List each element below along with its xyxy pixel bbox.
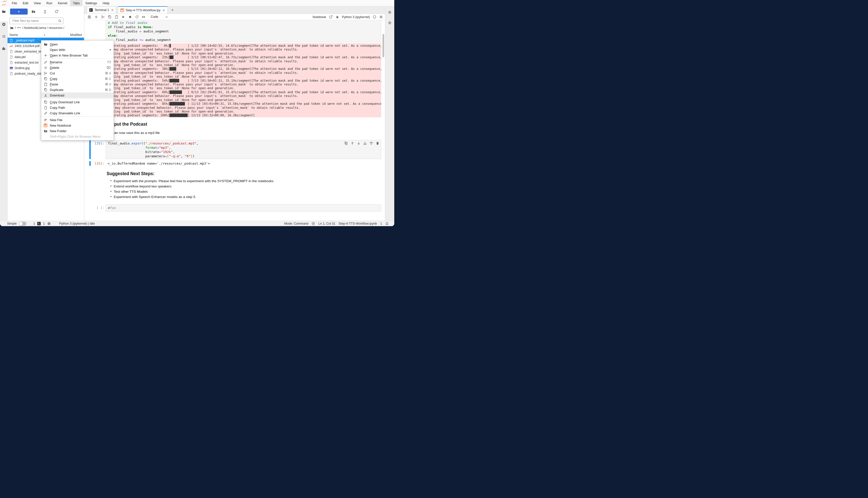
context-menu-item-copy-path[interactable]: Copy Path	[41, 105, 114, 110]
cursor-position[interactable]: Ln 1, Col 31	[318, 222, 335, 225]
output-collapser[interactable]	[89, 161, 91, 166]
context-menu-item-copy-download-link[interactable]: Copy Download Link	[41, 99, 114, 105]
breadcrumb-root[interactable]: /	[15, 26, 16, 30]
kernel-chip-icon	[47, 222, 51, 226]
cell-collapser[interactable]	[89, 140, 91, 159]
file-list-header: Name ▲ Modified	[8, 32, 84, 38]
menu-tabs[interactable]: Tabs	[70, 0, 82, 6]
context-menu-item-new-notebook[interactable]: New Notebook	[41, 122, 114, 128]
tab-terminal-1[interactable]: $_Terminal 1	[87, 6, 116, 14]
next-step-item: •Experiment with Speech Enhancer models …	[111, 195, 273, 199]
context-menu-item-new-folder[interactable]: New Folder	[41, 128, 114, 134]
filter-files-box[interactable]	[10, 17, 63, 24]
context-menu-item-rename[interactable]: RenameF2	[41, 59, 114, 65]
delete-cell-button[interactable]	[376, 142, 380, 145]
context-menu-item-download[interactable]: Download	[41, 92, 114, 98]
restart-run-all-button[interactable]	[142, 15, 145, 19]
menu-item-label: Duplicate	[50, 88, 100, 92]
bullet-text: Experiment with the prompts: Please feel…	[114, 180, 273, 183]
extensions-icon[interactable]	[2, 47, 6, 51]
scissors-icon	[43, 71, 48, 75]
property-inspector-gear-icon[interactable]	[388, 10, 392, 14]
toolbar-menu-icon[interactable]	[379, 15, 383, 19]
breadcrumb[interactable]: / ••• / NotebookLlama / resources /	[10, 26, 64, 30]
move-cell-up-button[interactable]	[350, 142, 354, 145]
kernel-status-icon[interactable]	[373, 15, 376, 19]
context-menu-item-delete[interactable]: Delete⌦	[41, 65, 114, 70]
column-name[interactable]: Name ▲	[8, 33, 60, 37]
column-modified[interactable]: Modified	[60, 33, 84, 37]
debugger-bug-icon[interactable]	[335, 15, 339, 19]
copy-cell-button[interactable]	[108, 15, 112, 19]
context-menu: OpenOpen WithOpen in New Browser TabRena…	[41, 40, 114, 141]
close-tab-icon[interactable]	[162, 9, 165, 12]
menu-help[interactable]: Help	[100, 0, 112, 6]
context-menu-item-copy-shareable-link[interactable]: Copy Shareable Link	[41, 110, 114, 116]
code-cell-input-top[interactable]: # Add to final audioif final_audio is No…	[106, 20, 381, 42]
kernel-count[interactable]: 1	[43, 222, 45, 225]
breadcrumb-path[interactable]: / NotebookLlama / resources /	[22, 26, 64, 30]
code-line: # Add to final audio	[108, 21, 379, 25]
menu-view[interactable]: View	[31, 0, 43, 6]
menu-run[interactable]: Run	[43, 0, 55, 6]
insert-cell-button[interactable]	[94, 15, 98, 19]
context-menu-item-new-file[interactable]: New File	[41, 117, 114, 122]
context-menu-item-copy[interactable]: Copy⌘ C	[41, 76, 114, 81]
save-button[interactable]	[88, 15, 91, 19]
code-cell-input-empty[interactable]: #fin	[106, 204, 381, 212]
settings-gear-icon[interactable]	[388, 21, 392, 25]
kernel-name[interactable]: Python 3 (ipykernel)	[342, 15, 370, 19]
bell-icon[interactable]	[385, 222, 389, 225]
notebook-scrollbar[interactable]	[382, 34, 384, 57]
file-name: Outline.jpg	[15, 66, 30, 70]
markdown-text-save-mp3: We can now save this as a mp3 file	[106, 131, 160, 135]
insert-cell-above-button[interactable]	[363, 142, 367, 145]
new-tab-button[interactable]: +	[169, 7, 176, 13]
filter-files-input[interactable]	[12, 19, 58, 23]
upload-button[interactable]	[39, 10, 51, 14]
insert-cell-below-button[interactable]	[369, 142, 373, 145]
right-sidebar-activity-bar	[385, 6, 394, 221]
table-of-contents-icon[interactable]	[2, 35, 6, 38]
open-in-new-icon[interactable]	[329, 15, 333, 19]
close-tab-icon[interactable]	[111, 9, 114, 12]
simple-mode-toggle[interactable]	[19, 222, 26, 226]
notification-count[interactable]: 1	[380, 222, 382, 225]
run-button[interactable]	[122, 15, 125, 19]
tab-step-4-tts-workflow-ipynl[interactable]: Step-4-TTS-Workflow.ipynl	[118, 6, 167, 14]
menu-file[interactable]: File	[9, 0, 20, 6]
trust-shield-icon[interactable]	[311, 222, 315, 225]
menu-edit[interactable]: Edit	[20, 0, 31, 6]
context-menu-item-open[interactable]: Open	[41, 41, 114, 47]
context-menu-item-cut[interactable]: Cut⌘ X	[41, 70, 114, 76]
code-line: if final_audio is None:	[108, 25, 379, 29]
command-mode-indicator[interactable]: Mode: Command	[284, 222, 308, 225]
context-menu-item-duplicate[interactable]: Duplicate⌘ D	[41, 87, 114, 92]
file-name: data.pkl	[15, 55, 26, 59]
move-cell-down-button[interactable]	[357, 142, 360, 145]
context-menu-item-open-with[interactable]: Open With	[41, 47, 114, 53]
code-cell-input-export[interactable]: final_audio.export("./resources/_podcast…	[106, 140, 381, 159]
file-icon	[10, 55, 13, 59]
status-file-name[interactable]: Step-4-TTS-Workflow.ipynb	[339, 222, 377, 225]
stderr-output[interactable]: Generating podcast segments: 8%|▊ | 1/13…	[106, 43, 381, 117]
new-launcher-button[interactable]: +	[10, 9, 28, 15]
breadcrumb-ellipsis[interactable]: •••	[17, 26, 21, 30]
duplicate-cell-button[interactable]	[344, 142, 348, 145]
context-menu-item-open-in-new-browser-tab[interactable]: Open in New Browser Tab	[41, 53, 114, 58]
new-folder-button[interactable]	[28, 10, 39, 14]
menu-kernel[interactable]: Kernel	[55, 0, 70, 6]
menu-settings[interactable]: Settings	[82, 0, 100, 6]
terminal-count[interactable]: 1	[33, 222, 35, 225]
interrupt-kernel-button[interactable]	[128, 15, 132, 19]
paste-cell-button[interactable]	[115, 15, 118, 19]
home-folder-icon[interactable]	[10, 26, 14, 30]
cut-cell-button[interactable]	[101, 15, 105, 19]
running-sessions-icon[interactable]	[2, 22, 6, 26]
cell-type-dropdown[interactable]: Code	[151, 15, 168, 19]
refresh-button[interactable]	[51, 10, 62, 14]
kernel-status-text[interactable]: Python 3 (ipykernel) | Idle	[59, 222, 95, 225]
context-menu-item-paste[interactable]: Paste⌘ V	[41, 81, 114, 87]
file-browser-icon[interactable]	[2, 10, 6, 14]
restart-kernel-button[interactable]	[135, 15, 139, 19]
